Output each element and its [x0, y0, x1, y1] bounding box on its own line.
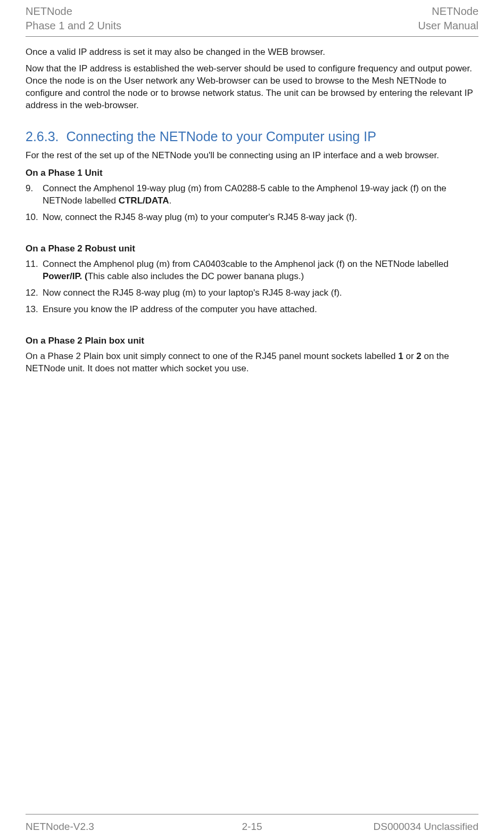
- list-marker: 13.: [26, 304, 43, 316]
- ordered-list: 11. Connect the Amphenol plug (m) from C…: [26, 258, 478, 316]
- text-run: Connect the Amphenol plug (m) from CA040…: [43, 259, 449, 269]
- list-text: Ensure you know the IP address of the co…: [43, 304, 478, 316]
- page-footer: NETNode-V2.3 2-15 DS000034 Unclassified: [26, 814, 478, 834]
- header-right: NETNode User Manual: [418, 4, 478, 33]
- section-number: 2.6.3.: [26, 129, 59, 144]
- spacer: [26, 320, 478, 330]
- list-item: 13. Ensure you know the IP address of th…: [26, 304, 478, 316]
- footer-center: 2-15: [242, 820, 262, 834]
- list-text: Connect the Amphenol plug (m) from CA040…: [43, 258, 478, 283]
- footer-left: NETNode-V2.3: [26, 820, 94, 834]
- paragraph: Once a valid IP address is set it may al…: [26, 46, 478, 59]
- text-bold: Power/IP. (: [43, 271, 88, 281]
- page-header: NETNode Phase 1 and 2 Units NETNode User…: [26, 0, 478, 37]
- list-marker: 12.: [26, 287, 43, 299]
- paragraph: Now that the IP address is established t…: [26, 63, 478, 112]
- paragraph: For the rest of the set up of the NETNod…: [26, 150, 478, 162]
- list-marker: 11.: [26, 258, 43, 283]
- list-marker: 10.: [26, 211, 43, 224]
- text-run: On a Phase 2 Plain box unit simply conne…: [26, 351, 398, 361]
- list-text: Connect the Amphenol 19-way plug (m) fro…: [43, 183, 478, 207]
- header-right-line1: NETNode: [418, 4, 478, 19]
- text-run: or: [403, 351, 417, 361]
- page-content: Once a valid IP address is set it may al…: [26, 37, 478, 375]
- header-right-line2: User Manual: [418, 19, 478, 33]
- header-left-line2: Phase 1 and 2 Units: [26, 19, 121, 33]
- section-heading: 2.6.3.Connecting the NETNode to your Com…: [26, 128, 478, 146]
- list-marker: 9.: [26, 183, 43, 207]
- text-bold: CTRL/DATA: [119, 196, 169, 206]
- header-left: NETNode Phase 1 and 2 Units: [26, 4, 121, 33]
- header-left-line1: NETNode: [26, 4, 121, 19]
- list-text: Now connect the RJ45 8-way plug (m) to y…: [43, 287, 478, 299]
- text-run: Connect the Amphenol 19-way plug (m) fro…: [43, 183, 447, 206]
- list-item: 11. Connect the Amphenol plug (m) from C…: [26, 258, 478, 283]
- text-run: This cable also includes the DC power ba…: [88, 271, 304, 281]
- list-text: Now, connect the RJ45 8-way plug (m) to …: [43, 211, 478, 224]
- page: NETNode Phase 1 and 2 Units NETNode User…: [0, 0, 504, 839]
- subheading-phase1: On a Phase 1 Unit: [26, 167, 478, 180]
- list-item: 10. Now, connect the RJ45 8-way plug (m)…: [26, 211, 478, 224]
- list-item: 12. Now connect the RJ45 8-way plug (m) …: [26, 287, 478, 299]
- list-item: 9. Connect the Amphenol 19-way plug (m) …: [26, 183, 478, 207]
- text-bold: 2: [416, 351, 421, 361]
- footer-right: DS000034 Unclassified: [373, 820, 478, 834]
- paragraph: On a Phase 2 Plain box unit simply conne…: [26, 351, 478, 375]
- text-bold: 1: [398, 351, 403, 361]
- subheading-phase2-plain: On a Phase 2 Plain box unit: [26, 335, 478, 347]
- section-title: Connecting the NETNode to your Computer …: [67, 129, 376, 144]
- subheading-phase2-robust: On a Phase 2 Robust unit: [26, 243, 478, 255]
- text-run: .: [169, 196, 171, 206]
- spacer: [26, 228, 478, 238]
- ordered-list: 9. Connect the Amphenol 19-way plug (m) …: [26, 183, 478, 224]
